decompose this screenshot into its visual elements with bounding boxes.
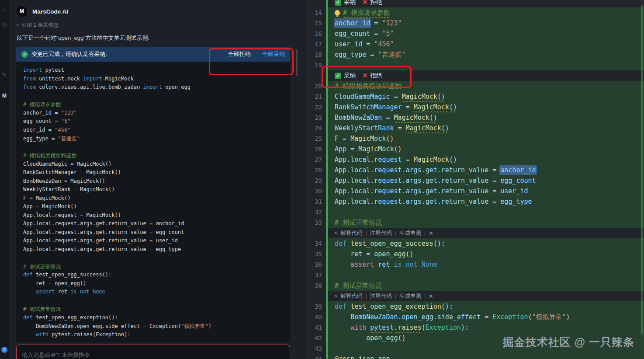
- reject-all-button[interactable]: 全部拒绝: [228, 50, 251, 58]
- code-line[interactable]: def test_open_egg_success():: [328, 238, 644, 249]
- reject-button[interactable]: ✕拒绝: [362, 0, 382, 6]
- code-line[interactable]: App.local.request.args.get.return_value …: [328, 186, 644, 196]
- chat-input[interactable]: [16, 345, 290, 359]
- code-token: ): [208, 323, 211, 329]
- code-token: unittest.mock: [36, 76, 83, 82]
- code-line[interactable]: @resp_json_app: [328, 354, 644, 359]
- editor-row: 37: [306, 270, 644, 280]
- code-token: "456": [55, 127, 70, 133]
- line-number: 21: [306, 93, 326, 100]
- code-token: (): [449, 103, 457, 111]
- code-token: "123": [382, 19, 402, 27]
- code-line[interactable]: with pytest.raises(Exception):: [328, 322, 644, 333]
- code-token: egg_count =: [23, 118, 61, 124]
- code-token: pytest: [42, 67, 64, 73]
- code-line[interactable]: App.local.request.args.get.return_value …: [328, 165, 644, 175]
- code-line[interactable]: anchor_id = "123": [328, 18, 644, 28]
- code-token: user_id: [335, 40, 362, 48]
- code-token: App.local.request.args.get.return_value …: [23, 246, 181, 252]
- code-token: open_egg: [366, 334, 398, 342]
- code-line[interactable]: App.local.request.args.get.return_value …: [328, 175, 644, 186]
- editor-row: 18egg_type = "普通蛋": [306, 49, 644, 60]
- chat-scrollbar-thumb[interactable]: [296, 49, 298, 76]
- code-line[interactable]: # 模拟请求参数: [328, 7, 644, 18]
- codelens-link[interactable]: 注释代码: [370, 293, 392, 300]
- code-token: ret = open_egg(): [23, 280, 87, 286]
- notification-badge[interactable]: 2: [1, 347, 7, 353]
- code-line[interactable]: App = MagicMock(): [328, 144, 644, 154]
- code-token: MagicMock: [402, 93, 437, 101]
- code-line[interactable]: def test_open_egg_exception():: [328, 301, 644, 312]
- code-line[interactable]: # 测试正常情况: [328, 217, 644, 228]
- chat-code-line: from colorv.views.api.live.bomb_zadan im…: [23, 84, 283, 93]
- line-number: 24: [306, 125, 326, 132]
- reference-toggle[interactable]: ›引用 1 相关信息: [9, 20, 299, 30]
- codelens-link[interactable]: 注释代码: [370, 230, 392, 237]
- accept-button[interactable]: ✓采纳: [335, 0, 356, 6]
- editor-row: 41 with pytest.raises(Exception):: [306, 322, 644, 333]
- line-number: 35: [306, 251, 326, 258]
- code-line[interactable]: CloudGameMagic = MagicMock(): [328, 91, 644, 102]
- code-token: # 模拟请求参数: [23, 101, 61, 108]
- codelens-close-icon[interactable]: ✕: [429, 293, 433, 300]
- line-number: 15: [306, 20, 326, 27]
- codelens-link[interactable]: 生成单测: [399, 230, 421, 237]
- accept-all-button[interactable]: 全部采纳: [262, 50, 285, 58]
- line-number: 31: [306, 198, 326, 205]
- code-token: ):: [461, 324, 469, 331]
- code-line[interactable]: RankSwitchManager = MagicMock(): [328, 102, 644, 112]
- codelens-link[interactable]: 解释代码: [341, 230, 363, 237]
- chat-code-line: egg_type = "普通蛋": [23, 135, 283, 144]
- chat-code-line: [23, 297, 283, 306]
- panel-icon[interactable]: ◎: [0, 22, 9, 28]
- line-number: 23: [306, 114, 326, 121]
- line-number: 28: [306, 167, 326, 174]
- code-token: MagicMock: [102, 76, 134, 82]
- editor-row: 38# 测试异常情况: [306, 280, 644, 291]
- code-line[interactable]: App.local.request = MagicMock(): [328, 154, 644, 165]
- code-line[interactable]: assert ret is not None: [328, 259, 644, 270]
- code-line[interactable]: [328, 60, 644, 70]
- code-token: open_egg: [162, 84, 190, 90]
- code-line[interactable]: F = MagicMock(): [328, 133, 644, 144]
- code-line[interactable]: [328, 270, 644, 280]
- editor-rows: ✓采纳✕拒绝14# 模拟请求参数15anchor_id = "123"16egg…: [306, 0, 644, 359]
- edit-icon[interactable]: ✎: [0, 72, 9, 78]
- marscode-activity-icon[interactable]: M: [0, 93, 9, 99]
- codelens-link[interactable]: 解释代码: [341, 293, 363, 300]
- code-token: test_open_egg_success():: [33, 272, 112, 278]
- code-token: None: [93, 289, 105, 295]
- code-line[interactable]: ret = open_egg(): [328, 249, 644, 259]
- line-number: 34: [306, 240, 326, 247]
- codelens-link[interactable]: 生成单测: [399, 293, 421, 300]
- editor-row: 21CloudGameMagic = MagicMock(): [306, 91, 644, 102]
- chat-code-line: WeeklyStartRank = MagicMock(): [23, 186, 283, 195]
- lightbulb-icon[interactable]: [335, 10, 340, 15]
- chat-code-line: App = MagicMock(): [23, 203, 283, 212]
- code-token: App.local.request.args.get.return_value: [335, 177, 488, 185]
- code-line[interactable]: App.local.request.args.get.return_value …: [328, 196, 644, 207]
- line-number: 29: [306, 177, 326, 184]
- codelens-separator: |: [366, 230, 367, 236]
- code-token: with: [36, 331, 48, 338]
- accept-button[interactable]: ✓采纳: [335, 72, 356, 80]
- code-line[interactable]: WeeklyStartRank = MagicMock(): [328, 123, 644, 133]
- code-line[interactable]: BombNewZaDan = MagicMock(): [328, 112, 644, 123]
- code-line[interactable]: egg_type = "普通蛋": [328, 49, 644, 60]
- code-line[interactable]: user_id = "456": [328, 39, 644, 49]
- code-line[interactable]: [328, 207, 644, 217]
- reject-button[interactable]: ✕拒绝: [362, 72, 382, 80]
- chat-bubble-icon[interactable]: □: [0, 6, 9, 12]
- code-line[interactable]: BombNewZaDan.open_egg.side_effect = Exce…: [328, 312, 644, 322]
- code-line[interactable]: egg_count = "5": [328, 28, 644, 39]
- codelens-close-icon[interactable]: ✕: [429, 230, 433, 237]
- code-line[interactable]: # 测试异常情况: [328, 280, 644, 291]
- code-line[interactable]: # 模拟相关模块和函数: [328, 81, 644, 91]
- code-token: from: [23, 84, 36, 90]
- code-token: BombNewZaDan.open_egg.side_effect: [350, 313, 481, 321]
- accept-label: 采纳: [344, 72, 356, 80]
- code-token: =: [339, 135, 350, 143]
- code-token: colorv.views.api.live.bomb_zadan: [36, 84, 143, 90]
- code-token: [23, 331, 36, 338]
- watermark-text: 掘金技术社区 @ 一只辣条: [503, 335, 634, 349]
